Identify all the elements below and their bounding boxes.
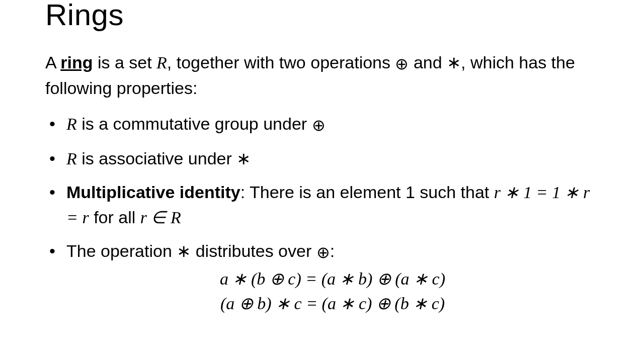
bullet-3: Multiplicative identity: There is an ele…: [45, 180, 599, 230]
oplus-icon: ⊕: [312, 114, 326, 137]
intro-mid2: , together with two operations: [167, 53, 395, 72]
bullet-1: R is a commutative group under ⊕: [45, 112, 599, 137]
bullet-2: R is associative under ∗: [45, 146, 599, 171]
oplus-icon: ⊕: [316, 241, 330, 264]
oplus-icon: ⊕: [395, 52, 409, 76]
intro-mid3: and: [409, 53, 447, 72]
bullet-list: R is a commutative group under ⊕ R is as…: [45, 112, 599, 316]
b3-colon: : There is an element 1 such that: [240, 183, 494, 202]
b4-text1: The operation: [66, 241, 177, 260]
slide-title: Rings: [45, 0, 599, 30]
b3-label: Multiplicative identity: [66, 183, 240, 202]
b3-forall: for all: [89, 208, 140, 227]
b3-rinR: r ∈ R: [140, 208, 181, 227]
slide-body: A ring is a set R, together with two ope…: [45, 50, 599, 316]
b4-text2: distributes over: [191, 241, 316, 260]
set-R: R: [156, 53, 167, 72]
b1-text: is a commutative group under: [77, 114, 312, 133]
bullet-4: The operation ∗ distributes over ⊕: a ∗ …: [45, 239, 599, 316]
definition-term: ring: [60, 53, 93, 72]
equation-line-2: (a ⊕ b) ∗ c = (a ∗ c) ⊕ (b ∗ c): [66, 291, 599, 316]
intro-paragraph: A ring is a set R, together with two ope…: [45, 50, 599, 101]
intro-prefix: A: [45, 53, 60, 72]
equation-line-1: a ∗ (b ⊕ c) = (a ∗ b) ⊕ (a ∗ c): [66, 266, 599, 291]
asterisk-icon: ∗: [236, 149, 251, 168]
slide: Rings A ring is a set R, together with t…: [0, 0, 644, 316]
distributive-equations: a ∗ (b ⊕ c) = (a ∗ b) ⊕ (a ∗ c) (a ⊕ b) …: [66, 266, 599, 316]
b2-text: is associative under: [77, 149, 237, 168]
asterisk-icon: ∗: [447, 53, 461, 72]
asterisk-icon: ∗: [177, 242, 191, 260]
b2-R: R: [66, 149, 77, 168]
b1-R: R: [66, 115, 77, 133]
b4-colon: :: [330, 241, 335, 260]
intro-mid1: is a set: [93, 53, 156, 72]
